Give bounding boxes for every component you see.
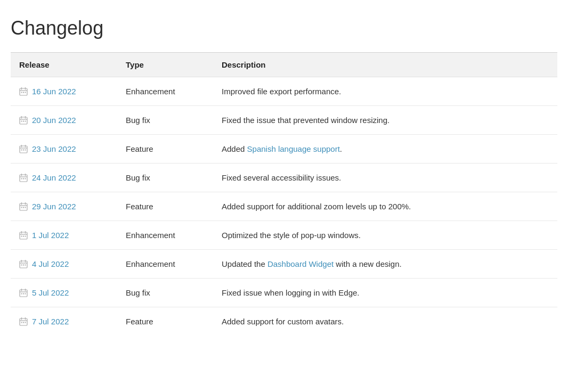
svg-rect-53 (21, 293, 22, 294)
svg-rect-60 (21, 322, 22, 323)
release-date: 16 Jun 2022 (32, 87, 76, 96)
release-cell[interactable]: 5 Jul 2022 (11, 279, 117, 307)
description-cell: Improved file export performance. (213, 77, 557, 106)
release-date: 1 Jul 2022 (32, 231, 69, 240)
description-text: Fixed the issue that prevented window re… (222, 116, 390, 125)
table-row: 4 Jul 2022 EnhancementUpdated the Dashbo… (11, 250, 557, 279)
release-cell[interactable]: 20 Jun 2022 (11, 106, 117, 135)
table-row: 23 Jun 2022 FeatureAdded Spanish languag… (11, 135, 557, 164)
type-cell: Bug fix (117, 279, 213, 307)
description-cell: Added support for custom avatars. (213, 307, 557, 336)
svg-rect-34 (25, 207, 26, 208)
svg-rect-12 (23, 120, 24, 121)
table-row: 16 Jun 2022 EnhancementImproved file exp… (11, 77, 557, 106)
release-cell[interactable]: 4 Jul 2022 (11, 250, 117, 279)
description-text: . (340, 144, 342, 153)
description-text: Updated the (222, 259, 267, 268)
description-cell: Updated the Dashboard Widget with a new … (213, 250, 557, 279)
description-text: Fixed several accessibility issues. (222, 173, 341, 182)
svg-rect-18 (21, 149, 22, 150)
calendar-icon (19, 317, 28, 326)
type-cell: Enhancement (117, 221, 213, 250)
type-cell: Feature (117, 192, 213, 221)
type-cell: Feature (117, 135, 213, 164)
release-cell[interactable]: 29 Jun 2022 (11, 192, 117, 221)
calendar-icon (19, 87, 28, 96)
svg-rect-26 (23, 178, 24, 179)
calendar-icon (19, 145, 28, 153)
release-cell[interactable]: 7 Jul 2022 (11, 307, 117, 336)
table-row: 20 Jun 2022 Bug fixFixed the issue that … (11, 106, 557, 135)
description-text: Added (222, 144, 247, 153)
svg-rect-25 (21, 178, 22, 179)
svg-rect-46 (21, 264, 22, 265)
type-cell: Bug fix (117, 164, 213, 192)
table-row: 5 Jul 2022 Bug fixFixed issue when loggi… (11, 279, 557, 307)
svg-rect-6 (25, 92, 26, 93)
svg-rect-20 (25, 149, 26, 150)
table-header-row: Release Type Description (11, 53, 557, 77)
release-date: 29 Jun 2022 (32, 202, 76, 211)
release-cell[interactable]: 16 Jun 2022 (11, 77, 117, 106)
release-date: 20 Jun 2022 (32, 116, 76, 125)
description-text: Optimized the style of pop-up windows. (222, 231, 361, 240)
svg-rect-27 (25, 178, 26, 179)
header-release: Release (11, 53, 117, 77)
release-date: 23 Jun 2022 (32, 144, 76, 153)
calendar-icon (19, 116, 28, 125)
table-row: 7 Jul 2022 FeatureAdded support for cust… (11, 307, 557, 336)
release-date: 5 Jul 2022 (32, 288, 69, 297)
svg-rect-54 (23, 293, 24, 294)
description-cell: Fixed several accessibility issues. (213, 164, 557, 192)
release-date: 4 Jul 2022 (32, 259, 69, 268)
description-text: Fixed issue when logging in with Edge. (222, 288, 360, 297)
calendar-icon (19, 174, 28, 182)
type-cell: Enhancement (117, 250, 213, 279)
svg-rect-33 (23, 207, 24, 208)
release-cell[interactable]: 1 Jul 2022 (11, 221, 117, 250)
calendar-icon (19, 202, 28, 211)
description-cell: Fixed the issue that prevented window re… (213, 106, 557, 135)
svg-rect-55 (25, 293, 26, 294)
svg-rect-5 (23, 92, 24, 93)
svg-rect-11 (21, 120, 22, 121)
description-text: Added support for additional zoom levels… (222, 202, 411, 211)
calendar-icon (19, 231, 28, 240)
page-title: Changelog (11, 17, 557, 39)
table-row: 29 Jun 2022 FeatureAdded support for add… (11, 192, 557, 221)
table-row: 24 Jun 2022 Bug fixFixed several accessi… (11, 164, 557, 192)
description-cell: Added support for additional zoom levels… (213, 192, 557, 221)
type-cell: Enhancement (117, 77, 213, 106)
svg-rect-39 (21, 235, 22, 236)
svg-rect-62 (25, 322, 26, 323)
description-text: with a new design. (334, 259, 402, 268)
svg-rect-13 (25, 120, 26, 121)
release-date: 24 Jun 2022 (32, 173, 76, 182)
description-text: Added support for custom avatars. (222, 317, 344, 326)
svg-rect-47 (23, 264, 24, 265)
table-row: 1 Jul 2022 EnhancementOptimized the styl… (11, 221, 557, 250)
changelog-table: Release Type Description 16 (11, 53, 557, 336)
description-cell: Fixed issue when logging in with Edge. (213, 279, 557, 307)
svg-rect-40 (23, 235, 24, 236)
svg-rect-19 (23, 149, 24, 150)
release-cell[interactable]: 23 Jun 2022 (11, 135, 117, 164)
type-cell: Feature (117, 307, 213, 336)
calendar-icon (19, 289, 28, 297)
svg-rect-41 (25, 235, 26, 236)
svg-rect-4 (21, 92, 22, 93)
description-cell: Optimized the style of pop-up windows. (213, 221, 557, 250)
release-cell[interactable]: 24 Jun 2022 (11, 164, 117, 192)
calendar-icon (19, 260, 28, 268)
release-date: 7 Jul 2022 (32, 317, 69, 326)
svg-rect-32 (21, 207, 22, 208)
description-link[interactable]: Dashboard Widget (267, 259, 334, 268)
description-cell: Added Spanish language support. (213, 135, 557, 164)
type-cell: Bug fix (117, 106, 213, 135)
header-type: Type (117, 53, 213, 77)
description-link[interactable]: Spanish language support (247, 144, 340, 153)
svg-rect-48 (25, 264, 26, 265)
description-text: Improved file export performance. (222, 87, 341, 96)
header-description: Description (213, 53, 557, 77)
svg-rect-61 (23, 322, 24, 323)
